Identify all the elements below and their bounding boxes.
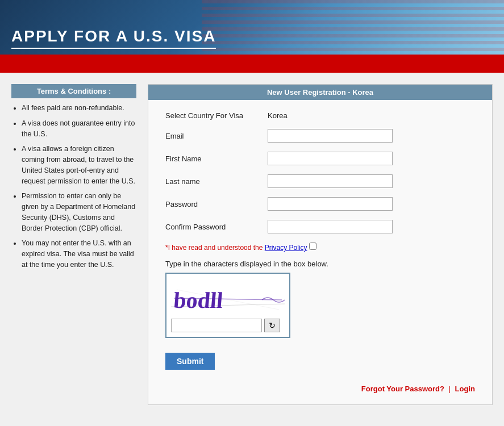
captcha-image: bodll bbox=[171, 278, 285, 315]
login-link[interactable]: Login bbox=[455, 385, 475, 393]
confirm-password-label: Confirm Password bbox=[165, 223, 268, 231]
submit-button[interactable]: Submit bbox=[165, 353, 215, 370]
terms-sidebar: Terms & Conditions : All fees paid are n… bbox=[11, 84, 136, 405]
confirm-password-row: Confirm Password bbox=[165, 220, 475, 233]
captcha-label: Type in the characters displayed in the … bbox=[165, 260, 475, 268]
link-divider: | bbox=[449, 385, 451, 393]
captcha-box: bodll ↻ bbox=[165, 273, 290, 338]
list-item: Permission to enter can only be given by… bbox=[22, 191, 136, 233]
submit-row: Submit bbox=[165, 353, 475, 379]
password-row: Password bbox=[165, 197, 475, 211]
red-accent-bar bbox=[0, 57, 504, 73]
email-row: Email bbox=[165, 129, 475, 143]
password-field[interactable] bbox=[268, 197, 393, 211]
form-body: Select Country For Visa Korea Email Firs… bbox=[148, 100, 492, 404]
list-item: A visa does not guarantee entry into the… bbox=[22, 118, 136, 140]
page-header: APPLY FOR A U.S. VISA bbox=[0, 0, 504, 57]
country-label: Select Country For Visa bbox=[165, 111, 268, 120]
form-panel-title: New User Registration - Korea bbox=[148, 85, 492, 100]
privacy-text: *I have read and understood the bbox=[165, 244, 265, 252]
svg-text:bodll: bodll bbox=[173, 287, 224, 313]
confirm-password-field[interactable] bbox=[268, 220, 393, 233]
captcha-input-row: ↻ bbox=[171, 319, 285, 332]
terms-title: Terms & Conditions : bbox=[11, 84, 136, 98]
privacy-policy-link[interactable]: Privacy Policy bbox=[265, 244, 307, 252]
captcha-input[interactable] bbox=[171, 319, 262, 332]
firstname-field[interactable] bbox=[268, 152, 393, 165]
forgot-password-link[interactable]: Forgot Your Password? bbox=[361, 385, 444, 393]
captcha-refresh-button[interactable]: ↻ bbox=[264, 319, 280, 332]
footer-links: Forgot Your Password? | Login bbox=[165, 385, 475, 393]
privacy-checkbox[interactable] bbox=[309, 243, 316, 250]
password-label: Password bbox=[165, 200, 268, 208]
list-item: All fees paid are non-refundable. bbox=[22, 103, 136, 114]
firstname-label: First Name bbox=[165, 154, 268, 163]
country-value: Korea bbox=[268, 111, 288, 120]
lastname-label: Last name bbox=[165, 177, 268, 186]
lastname-row: Last name bbox=[165, 174, 475, 188]
privacy-row: *I have read and understood the Privacy … bbox=[165, 243, 475, 252]
main-content: Terms & Conditions : All fees paid are n… bbox=[0, 73, 504, 416]
registration-panel: New User Registration - Korea Select Cou… bbox=[148, 84, 493, 405]
list-item: You may not enter the U.S. with an expir… bbox=[22, 238, 136, 270]
email-field[interactable] bbox=[268, 129, 393, 143]
country-row: Select Country For Visa Korea bbox=[165, 111, 475, 120]
lastname-field[interactable] bbox=[268, 174, 393, 188]
page-title: APPLY FOR A U.S. VISA bbox=[11, 27, 216, 49]
captcha-svg: bodll bbox=[171, 278, 285, 315]
terms-list: All fees paid are non-refundable. A visa… bbox=[11, 103, 136, 270]
list-item: A visa allows a foreign citizen coming f… bbox=[22, 144, 136, 186]
email-label: Email bbox=[165, 132, 268, 140]
firstname-row: First Name bbox=[165, 152, 475, 165]
